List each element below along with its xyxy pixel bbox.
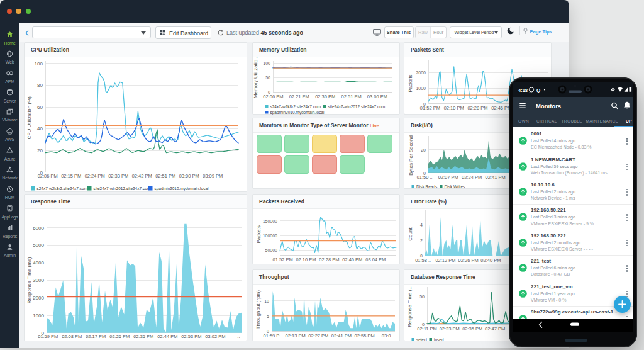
svg-text:spadmin2010.mydomain.local: spadmin2010.mydomain.local	[155, 186, 209, 191]
svg-text:4:18: 4:18	[518, 88, 528, 93]
svg-text:02:24 PM: 02:24 PM	[85, 173, 105, 179]
svg-text:01:52 PM: 01:52 PM	[273, 257, 293, 262]
svg-text:02:41 PM: 02:41 PM	[486, 174, 506, 180]
svg-text:Disk Reads: Disk Reads	[416, 184, 438, 189]
svg-text:02:47 PM: 02:47 PM	[485, 326, 505, 332]
svg-text:02:10 PM: 02:10 PM	[444, 105, 464, 111]
svg-text:02:46 PM: 02:46 PM	[342, 257, 362, 262]
svg-text:50000: 50000	[265, 248, 278, 252]
svg-text:s24x7-w2k8r2.site24x7.com: s24x7-w2k8r2.site24x7.com	[270, 104, 321, 109]
svg-text:2000: 2000	[416, 71, 426, 75]
svg-text:02:36 PM: 02:36 PM	[315, 94, 335, 99]
svg-text:02:15 PM: 02:15 PM	[61, 173, 81, 179]
svg-text:1000: 1000	[33, 313, 44, 319]
svg-text:02:17 PM: 02:17 PM	[86, 334, 106, 339]
svg-text:Packets: Packets	[408, 74, 413, 92]
svg-text:02:51 PM: 02:51 PM	[341, 94, 362, 99]
svg-text:02:23 PM: 02:23 PM	[440, 326, 460, 332]
svg-text:4: 4	[420, 223, 423, 227]
svg-text:03:02 PM: 03:02 PM	[205, 334, 225, 339]
svg-text:Q: Q	[536, 88, 540, 93]
svg-text:01:52 PM: 01:52 PM	[420, 105, 440, 111]
svg-text:10: 10	[264, 299, 269, 303]
svg-text:5: 5	[267, 314, 269, 319]
svg-text:80: 80	[37, 82, 43, 88]
svg-text:03:06 PM: 03:06 PM	[367, 94, 387, 99]
svg-text:3000: 3000	[33, 278, 44, 283]
svg-text:100: 100	[35, 61, 43, 67]
svg-text:s24x7-w2k8r2.site24x7.com: s24x7-w2k8r2.site24x7.com	[37, 186, 88, 191]
svg-text:Bytes Per Second: Bytes Per Second	[408, 135, 414, 176]
svg-text:02:53 PM: 02:53 PM	[181, 334, 201, 339]
svg-text:Response Time (..: Response Time (..	[407, 286, 413, 327]
svg-text:5000: 5000	[33, 242, 44, 248]
svg-text:03:09 PM: 03:09 PM	[203, 173, 223, 179]
svg-text:02:24 PM: 02:24 PM	[462, 174, 482, 180]
svg-text:01:59 PM: 01:59 PM	[38, 334, 58, 339]
svg-text:02:35 PM: 02:35 PM	[462, 326, 482, 332]
svg-text:01:50 ..: 01:50 ..	[417, 174, 433, 180]
svg-text:02:26 PM: 02:26 PM	[458, 257, 479, 263]
svg-text:Disk Writes: Disk Writes	[445, 184, 465, 189]
svg-text:Throughput (rpm): Throughput (rpm)	[255, 290, 261, 330]
svg-text:02:26 PM: 02:26 PM	[109, 334, 130, 339]
svg-text:02:51 PM: 02:51 PM	[155, 173, 175, 179]
svg-text:50: 50	[265, 76, 270, 80]
svg-text:02:10 PM: 02:10 PM	[296, 257, 316, 262]
svg-text:Response Time (ms): Response Time (ms)	[26, 257, 32, 303]
svg-text:Count: Count	[408, 227, 413, 241]
svg-text:02:21 PM: 02:21 PM	[289, 94, 309, 99]
svg-text:100000: 100000	[263, 234, 277, 238]
svg-text:50: 50	[419, 295, 425, 299]
svg-text:..: ..	[237, 334, 240, 339]
svg-text:02:33 PM: 02:33 PM	[108, 173, 128, 179]
svg-text:01:59 P..: 01:59 P..	[263, 333, 281, 339]
svg-text:02:42 PM: 02:42 PM	[132, 173, 152, 179]
svg-text:02:55 PM: 02:55 PM	[355, 333, 375, 339]
svg-text:03:0..: 03:0..	[382, 333, 394, 339]
svg-text:20: 20	[421, 148, 426, 152]
svg-text:02:40 PM: 02:40 PM	[480, 257, 501, 263]
svg-text:select: select	[416, 337, 427, 342]
svg-text:insert: insert	[434, 337, 444, 342]
svg-text:60: 60	[37, 104, 43, 110]
svg-text:02:07 PM: 02:07 PM	[438, 174, 458, 180]
svg-text:02:28 PM: 02:28 PM	[319, 257, 339, 262]
svg-text:02:06 PM: 02:06 PM	[38, 173, 58, 179]
svg-text:site24x7-win2012.site24x7.com: site24x7-win2012.site24x7.com	[94, 186, 151, 191]
svg-text:Packets: Packets	[256, 225, 262, 243]
svg-text:01:58 ..: 01:58 ..	[415, 257, 431, 263]
svg-text:150000: 150000	[263, 219, 277, 223]
svg-text:CPU Utilization (%): CPU Utilization (%)	[26, 96, 32, 140]
svg-text:02:12 PM: 02:12 PM	[435, 257, 455, 263]
svg-text:spadmin2010.mydomain.local: spadmin2010.mydomain.local	[270, 110, 325, 115]
svg-text:1000: 1000	[416, 86, 426, 91]
svg-text:02:08 PM: 02:08 PM	[62, 334, 82, 339]
svg-text:Monitors: Monitors	[536, 102, 561, 109]
svg-text:03:04 PM: 03:04 PM	[365, 257, 386, 262]
svg-text:2: 2	[420, 239, 423, 243]
svg-text:02:13 PM: 02:13 PM	[286, 333, 306, 339]
svg-text:02:41 PM: 02:41 PM	[331, 333, 352, 339]
svg-text:02:11 PM: 02:11 PM	[417, 326, 437, 332]
svg-text:4000: 4000	[33, 260, 44, 266]
svg-text:03:00 PM: 03:00 PM	[179, 173, 199, 179]
svg-text:6000: 6000	[33, 225, 44, 231]
svg-text:2000: 2000	[33, 295, 44, 301]
svg-text:100: 100	[263, 61, 270, 65]
svg-text:02:35 PM: 02:35 PM	[133, 334, 153, 339]
svg-text:20: 20	[37, 148, 43, 154]
svg-text:02:44 PM: 02:44 PM	[157, 334, 177, 339]
svg-text:02:28 PM: 02:28 PM	[467, 105, 487, 111]
svg-text:02:27 PM: 02:27 PM	[308, 333, 328, 339]
svg-text:site24x7-win2012.site24x7.com: site24x7-win2012.site24x7.com	[328, 104, 386, 109]
svg-text:02:06 PM: 02:06 PM	[263, 94, 283, 99]
svg-text:Memory Utilizatio..: Memory Utilizatio..	[253, 57, 258, 98]
svg-text:40: 40	[37, 126, 43, 132]
